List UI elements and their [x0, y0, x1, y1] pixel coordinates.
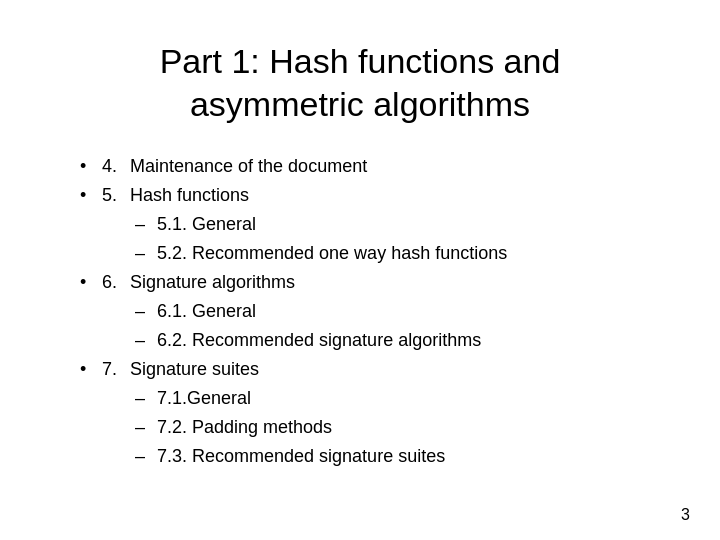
bullet-text-7: Signature suites [130, 356, 259, 383]
sub-item-5-1: – 5.1. General [80, 211, 660, 238]
title-line1: Part 1: Hash functions and [160, 42, 561, 80]
sub-item-7-3: – 7.3. Recommended signature suites [80, 443, 660, 470]
bullet-number-4: 4. [102, 153, 130, 180]
bullet-text-4: Maintenance of the document [130, 153, 367, 180]
bullet-dot-6: • [80, 269, 92, 296]
bullet-number-5: 5. [102, 182, 130, 209]
bullet-item-5: • 5. Hash functions [80, 182, 660, 209]
sub-item-6-2: – 6.2. Recommended signature algorithms [80, 327, 660, 354]
sub-item-7-2: – 7.2. Padding methods [80, 414, 660, 441]
sub-text-5-1: 5.1. General [157, 211, 256, 238]
bullet-dot-7: • [80, 356, 92, 383]
sub-text-7-2: 7.2. Padding methods [157, 414, 332, 441]
bullet-text-5: Hash functions [130, 182, 249, 209]
bullet-number-6: 6. [102, 269, 130, 296]
sub-dash-6-2: – [135, 327, 149, 354]
sub-item-6-1: – 6.1. General [80, 298, 660, 325]
sub-text-7-3: 7.3. Recommended signature suites [157, 443, 445, 470]
bullet-dot-4: • [80, 153, 92, 180]
sub-item-7-1: – 7.1.General [80, 385, 660, 412]
slide-title: Part 1: Hash functions and asymmetric al… [60, 40, 660, 125]
sub-dash-6-1: – [135, 298, 149, 325]
sub-item-5-2: – 5.2. Recommended one way hash function… [80, 240, 660, 267]
title-line2: asymmetric algorithms [190, 85, 530, 123]
sub-text-5-2: 5.2. Recommended one way hash functions [157, 240, 507, 267]
sub-text-6-2: 6.2. Recommended signature algorithms [157, 327, 481, 354]
slide-content: • 4. Maintenance of the document • 5. Ha… [60, 153, 660, 510]
slide: Part 1: Hash functions and asymmetric al… [0, 0, 720, 540]
bullet-number-7: 7. [102, 356, 130, 383]
sub-dash-5-2: – [135, 240, 149, 267]
sub-dash-7-3: – [135, 443, 149, 470]
bullet-item-7: • 7. Signature suites [80, 356, 660, 383]
page-number: 3 [681, 506, 690, 524]
bullet-item-6: • 6. Signature algorithms [80, 269, 660, 296]
sub-text-6-1: 6.1. General [157, 298, 256, 325]
bullet-item-4: • 4. Maintenance of the document [80, 153, 660, 180]
sub-dash-7-2: – [135, 414, 149, 441]
bullet-dot-5: • [80, 182, 92, 209]
sub-dash-7-1: – [135, 385, 149, 412]
bullet-text-6: Signature algorithms [130, 269, 295, 296]
sub-dash-5-1: – [135, 211, 149, 238]
sub-text-7-1: 7.1.General [157, 385, 251, 412]
